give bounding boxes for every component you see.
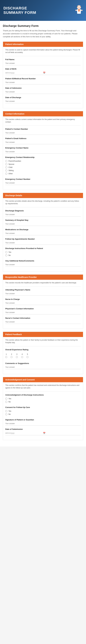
input-nurse-in-charge[interactable] <box>5 301 81 305</box>
calendar-icon: 📅 <box>43 72 81 74</box>
radio-instructions-no[interactable]: No <box>5 254 81 256</box>
field-discharge-date: Date of Discharge <box>5 96 81 103</box>
field-dob: Date of Birth dd/mm/yyyy 📅 <box>5 68 81 75</box>
field-comments-suggestions: Comments or Suggestions <box>5 362 81 369</box>
radio-input-other[interactable] <box>5 173 7 175</box>
input-patient-phone[interactable] <box>5 131 81 135</box>
input-followup-appointments[interactable] <box>5 241 81 245</box>
label-additional-notes: Any Additional Notes/Comments <box>5 260 81 262</box>
radio-child[interactable]: Child <box>5 166 81 168</box>
input-emergency-phone[interactable] <box>5 181 81 185</box>
label-comments-suggestions: Comments or Suggestions <box>5 362 81 364</box>
rating-5: 5 <box>27 353 28 358</box>
section-patient-feedback: Patient Feedback This section allows the… <box>3 332 83 374</box>
radio-ack-no[interactable]: No <box>5 401 81 403</box>
field-patient-id: Patient ID/Medical Record Number <box>5 78 81 84</box>
field-full-name: Full Name: <box>5 58 81 65</box>
section-header-feedback: Patient Feedback <box>3 332 83 337</box>
svg-rect-8 <box>78 6 79 6</box>
header-title-line1: DISCHARGE <box>4 6 36 10</box>
radio-input-instructions-yes[interactable] <box>5 251 7 253</box>
input-comments-suggestions[interactable] <box>5 365 81 369</box>
radio-other[interactable]: Other <box>5 173 81 175</box>
label-ack-discharge-instructions: Acknowledgment of Discharge Instructions <box>5 394 81 396</box>
field-attending-physician: Attending Physician's Name <box>5 289 81 296</box>
field-discharge-diagnosis: Discharge Diagnosis <box>5 210 81 216</box>
input-emergency-name[interactable] <box>5 150 81 154</box>
label-discharge-instructions: Discharge Instructions Provided to Patie… <box>5 247 81 250</box>
radio-rating-2[interactable] <box>11 356 13 358</box>
header-title: DISCHARGE SUMMARY FORM <box>4 6 36 15</box>
label-medications-discharge: Medications on Discharge <box>5 228 81 230</box>
radio-input-instructions-no[interactable] <box>5 254 7 256</box>
radio-consent-no[interactable]: No <box>5 413 81 415</box>
form-container: Discharge Summary Form Thank you for tak… <box>0 21 86 446</box>
input-hospital-stay-summary[interactable] <box>5 222 81 226</box>
field-emergency-name: Emergency Contact Name <box>5 147 81 154</box>
svg-rect-10 <box>81 10 82 11</box>
radio-input-spouse[interactable] <box>5 163 7 165</box>
field-physician-contact: Physician's Contact Information <box>5 308 81 314</box>
dob-placeholder: dd/mm/yyyy <box>5 72 43 74</box>
radio-ack-yes[interactable]: Yes <box>5 398 81 400</box>
input-nurse-contact[interactable] <box>5 320 81 324</box>
field-patient-phone: Patient's Contact Number <box>5 128 81 135</box>
input-additional-notes[interactable] <box>5 263 81 266</box>
field-submission-date: Date of Submission dd/mm/yyyy 📅 <box>5 428 81 435</box>
radio-consent-yes[interactable]: Yes <box>5 410 81 412</box>
label-emergency-name: Emergency Contact Name <box>5 147 81 149</box>
input-physician-contact[interactable] <box>5 310 81 314</box>
radio-sibling[interactable]: Sibling <box>5 170 81 172</box>
field-discharge-instructions: Discharge Instructions Provided to Patie… <box>5 247 81 257</box>
radio-spouse[interactable]: Spouse <box>5 163 81 165</box>
radio-rating-3[interactable] <box>16 356 18 358</box>
rating-3: 3 <box>16 353 18 358</box>
label-discharge-diagnosis: Discharge Diagnosis <box>5 210 81 212</box>
label-experience-rating: Overall Experience Rating <box>5 348 81 351</box>
radio-instructions-yes[interactable]: Yes <box>5 251 81 253</box>
radio-input-consent-yes[interactable] <box>5 410 7 412</box>
form-title: Discharge Summary Form <box>3 24 83 28</box>
input-patient-id[interactable] <box>5 80 81 84</box>
radio-emergency-relationship: Parent/Guardian Spouse Child Sibling Oth… <box>5 159 81 176</box>
input-attending-physician[interactable] <box>5 292 81 296</box>
input-discharge-date[interactable] <box>5 100 81 103</box>
radio-input-sibling[interactable] <box>5 170 7 172</box>
field-emergency-phone: Emergency Contact Number <box>5 178 81 185</box>
calendar-icon-submission: 📅 <box>43 432 81 434</box>
radio-input-ack-no[interactable] <box>5 401 7 403</box>
section-discharge-details: Discharge Details This section provides … <box>3 193 83 272</box>
rating-1: 1 <box>5 353 7 358</box>
radio-input-ack-yes[interactable] <box>5 398 7 400</box>
radio-input-parent-guardian[interactable] <box>5 160 7 162</box>
radio-rating-4[interactable] <box>21 356 23 358</box>
label-hospital-stay-summary: Summary of Hospital Stay <box>5 219 81 221</box>
input-signature[interactable] <box>5 422 81 426</box>
section-header-provider: Responsible Healthcare Provider <box>3 274 83 280</box>
label-nurse-contact: Nurse's Contact Information <box>5 317 81 319</box>
section-desc-feedback: This section allows the patient or their… <box>5 337 81 346</box>
field-patient-email: Patient's Email Address <box>5 137 81 144</box>
input-medications-discharge[interactable] <box>5 232 81 235</box>
input-dob-wrapper[interactable]: dd/mm/yyyy 📅 <box>5 71 81 75</box>
radio-rating-5[interactable] <box>27 356 28 358</box>
radio-input-consent-no[interactable] <box>5 413 7 415</box>
svg-rect-9 <box>75 10 77 11</box>
label-admission-date: Date of Admission <box>5 87 81 89</box>
radio-input-child[interactable] <box>5 166 7 168</box>
radio-parent-guardian[interactable]: Parent/Guardian <box>5 160 81 162</box>
header-illustration <box>70 4 82 17</box>
label-nurse-in-charge: Nurse In Charge <box>5 298 81 300</box>
section-desc-acknowledgment: This section confirms that the patient h… <box>5 382 81 392</box>
section-header-patient-info: Patient Information <box>3 42 83 47</box>
input-admission-date[interactable] <box>5 90 81 94</box>
input-discharge-diagnosis[interactable] <box>5 212 81 216</box>
field-signature: Signature of Patient or Guardian <box>5 419 81 426</box>
input-patient-email[interactable] <box>5 140 81 144</box>
label-physician-contact: Physician's Contact Information <box>5 308 81 310</box>
page-header: DISCHARGE SUMMARY FORM <box>0 0 86 21</box>
input-submission-date-wrapper[interactable]: dd/mm/yyyy 📅 <box>5 431 81 435</box>
input-full-name[interactable] <box>5 62 81 65</box>
field-hospital-stay-summary: Summary of Hospital Stay <box>5 219 81 226</box>
radio-rating-1[interactable] <box>5 356 7 358</box>
